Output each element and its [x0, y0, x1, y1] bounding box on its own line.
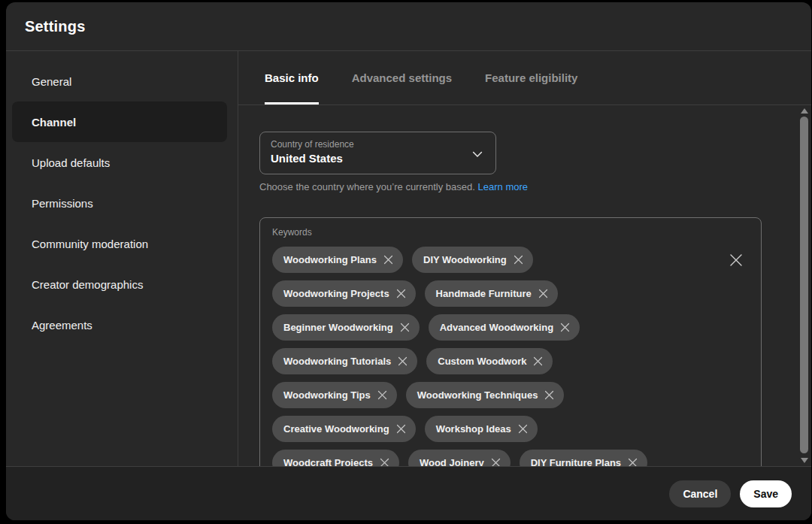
- basic-info-pane: Country of residence United States Choos…: [238, 105, 811, 466]
- learn-more-link[interactable]: Learn more: [478, 181, 528, 192]
- remove-keyword-icon[interactable]: [560, 323, 570, 332]
- remove-keyword-icon[interactable]: [628, 458, 638, 466]
- keyword-chip-label: Workshop Ideas: [436, 423, 511, 435]
- dialog-body: GeneralChannelUpload defaultsPermissions…: [6, 51, 811, 466]
- remove-keyword-icon[interactable]: [398, 356, 408, 366]
- sidebar-item-permissions[interactable]: Permissions: [6, 183, 238, 223]
- country-dropdown-label: Country of residence: [271, 139, 485, 150]
- sidebar-item-label: Channel: [32, 116, 76, 129]
- remove-keyword-icon[interactable]: [544, 390, 554, 400]
- keyword-chip-row: Beginner WoodworkingAdvanced Woodworking: [272, 314, 749, 341]
- keyword-chip[interactable]: Workshop Ideas: [425, 416, 538, 442]
- keyword-chip-label: Handmade Furniture: [436, 288, 532, 299]
- save-button[interactable]: Save: [740, 480, 792, 507]
- keywords-label: Keywords: [272, 227, 749, 238]
- keyword-chip-label: Woodworking Tips: [283, 389, 371, 401]
- sidebar-item-label: Community moderation: [32, 238, 148, 250]
- keyword-chip-label: Creative Woodworking: [283, 423, 389, 435]
- remove-keyword-icon[interactable]: [396, 424, 406, 434]
- country-helper-text: Choose the country where you’re currentl…: [259, 181, 811, 192]
- keyword-chip-label: Wood Joinery: [420, 457, 484, 466]
- vertical-scrollbar[interactable]: [799, 107, 809, 465]
- tab-label: Basic info: [265, 71, 319, 84]
- remove-keyword-icon[interactable]: [533, 356, 543, 366]
- keyword-chips: Woodworking PlansDIY WoodworkingWoodwork…: [272, 247, 749, 466]
- tab-bar: Basic infoAdvanced settingsFeature eligi…: [238, 51, 811, 105]
- settings-sidebar: GeneralChannelUpload defaultsPermissions…: [6, 51, 238, 466]
- remove-keyword-icon[interactable]: [396, 289, 406, 298]
- dialog-header: Settings: [6, 2, 811, 51]
- keyword-chip[interactable]: Woodworking Techniques: [406, 382, 565, 408]
- remove-keyword-icon[interactable]: [538, 289, 548, 298]
- sidebar-item-label: General: [32, 75, 71, 88]
- sidebar-item-label: Creator demographics: [32, 278, 143, 291]
- keyword-chip-label: Advanced Woodworking: [440, 322, 553, 333]
- keyword-chip-label: Woodworking Tutorials: [283, 356, 391, 367]
- keyword-chip-label: Custom Woodwork: [438, 356, 526, 367]
- scrollbar-down-arrow-icon[interactable]: [801, 458, 808, 463]
- keyword-chip[interactable]: Custom Woodwork: [426, 348, 553, 374]
- tab-advanced-settings[interactable]: Advanced settings: [352, 51, 452, 104]
- main-panel: Basic infoAdvanced settingsFeature eligi…: [238, 51, 811, 466]
- tab-label: Feature eligibility: [485, 71, 577, 84]
- settings-dialog: Settings GeneralChannelUpload defaultsPe…: [6, 2, 811, 520]
- keyword-chip[interactable]: Woodcraft Projects: [272, 450, 399, 466]
- keyword-chip-label: Woodworking Techniques: [417, 389, 538, 401]
- keyword-chip-label: Woodworking Plans: [283, 254, 377, 265]
- sidebar-item-upload-defaults[interactable]: Upload defaults: [6, 142, 238, 183]
- remove-keyword-icon[interactable]: [514, 255, 523, 265]
- keyword-chip-label: Beginner Woodworking: [283, 322, 393, 333]
- keyword-chip[interactable]: Woodworking Tutorials: [272, 348, 417, 374]
- sidebar-item-channel[interactable]: Channel: [12, 101, 227, 142]
- sidebar-item-community-moderation[interactable]: Community moderation: [6, 223, 238, 264]
- keyword-chip[interactable]: Advanced Woodworking: [429, 314, 580, 341]
- keyword-chip[interactable]: DIY Furniture Plans: [520, 450, 647, 466]
- remove-keyword-icon[interactable]: [377, 390, 387, 400]
- keyword-chip-row: Creative WoodworkingWorkshop Ideas: [272, 416, 749, 442]
- remove-keyword-icon[interactable]: [400, 323, 410, 332]
- keyword-chip-row: Woodworking TipsWoodworking Techniques: [272, 382, 749, 408]
- keyword-chip[interactable]: Woodworking Tips: [272, 382, 397, 408]
- chevron-down-icon: [470, 147, 485, 162]
- remove-keyword-icon[interactable]: [380, 458, 389, 466]
- remove-keyword-icon[interactable]: [491, 458, 501, 466]
- keyword-chip-label: DIY Furniture Plans: [531, 457, 621, 466]
- scrollbar-up-arrow-icon[interactable]: [801, 108, 808, 114]
- remove-keyword-icon[interactable]: [518, 424, 528, 434]
- tab-label: Advanced settings: [352, 71, 452, 84]
- sidebar-item-label: Upload defaults: [32, 156, 110, 169]
- sidebar-item-agreements[interactable]: Agreements: [6, 304, 238, 345]
- keyword-chip-row: Woodworking TutorialsCustom Woodwork: [272, 348, 749, 374]
- keyword-chip[interactable]: Creative Woodworking: [272, 416, 416, 442]
- keyword-chip-label: DIY Woodworking: [423, 254, 507, 265]
- keyword-chip[interactable]: Beginner Woodworking: [272, 314, 420, 341]
- keyword-chip[interactable]: DIY Woodworking: [412, 247, 533, 273]
- keyword-chip-label: Woodcraft Projects: [283, 457, 373, 466]
- dialog-footer: Cancel Save: [6, 466, 811, 520]
- keyword-chip[interactable]: Handmade Furniture: [425, 280, 558, 307]
- country-dropdown[interactable]: Country of residence United States: [259, 132, 496, 174]
- sidebar-item-general[interactable]: General: [6, 61, 238, 101]
- clear-keywords-icon[interactable]: [728, 252, 744, 268]
- country-dropdown-value: United States: [271, 152, 343, 165]
- keyword-chip-row: Woodworking ProjectsHandmade Furniture: [272, 280, 749, 307]
- cancel-button[interactable]: Cancel: [669, 480, 731, 507]
- keyword-chip-row: Woodworking PlansDIY Woodworking: [272, 247, 749, 273]
- sidebar-item-creator-demographics[interactable]: Creator demographics: [6, 264, 238, 304]
- keyword-chip-row: Woodcraft ProjectsWood JoineryDIY Furnit…: [272, 450, 749, 466]
- keyword-chip[interactable]: Woodworking Plans: [272, 247, 403, 273]
- sidebar-item-label: Agreements: [32, 319, 92, 332]
- scrollbar-thumb[interactable]: [800, 117, 808, 453]
- tab-basic-info[interactable]: Basic info: [265, 51, 319, 104]
- country-helper-body: Choose the country where you’re currentl…: [259, 181, 475, 192]
- sidebar-item-label: Permissions: [32, 197, 93, 210]
- keyword-chip-label: Woodworking Projects: [283, 288, 389, 299]
- dialog-title: Settings: [25, 18, 86, 35]
- keywords-field[interactable]: Keywords Woodworking PlansDIY Woodworkin…: [259, 217, 762, 466]
- tab-feature-eligibility[interactable]: Feature eligibility: [485, 51, 577, 104]
- remove-keyword-icon[interactable]: [383, 255, 393, 265]
- keyword-chip[interactable]: Wood Joinery: [408, 450, 511, 466]
- keyword-chip[interactable]: Woodworking Projects: [272, 280, 416, 307]
